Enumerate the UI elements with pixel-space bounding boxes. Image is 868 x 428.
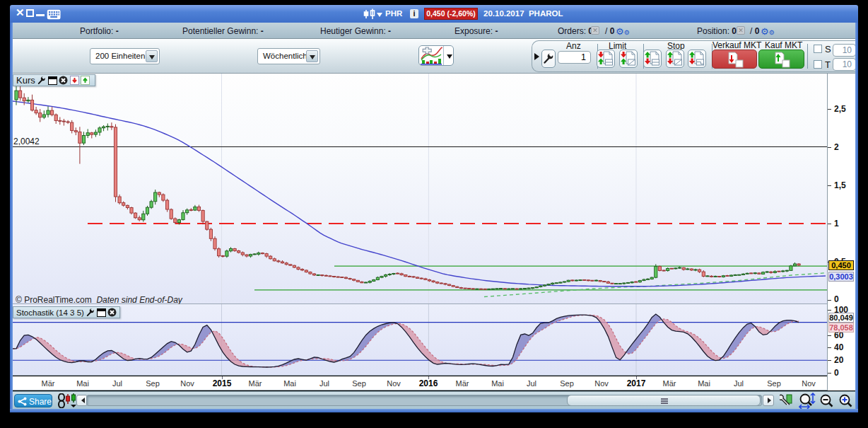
svg-text:2,0042: 2,0042	[13, 137, 40, 146]
